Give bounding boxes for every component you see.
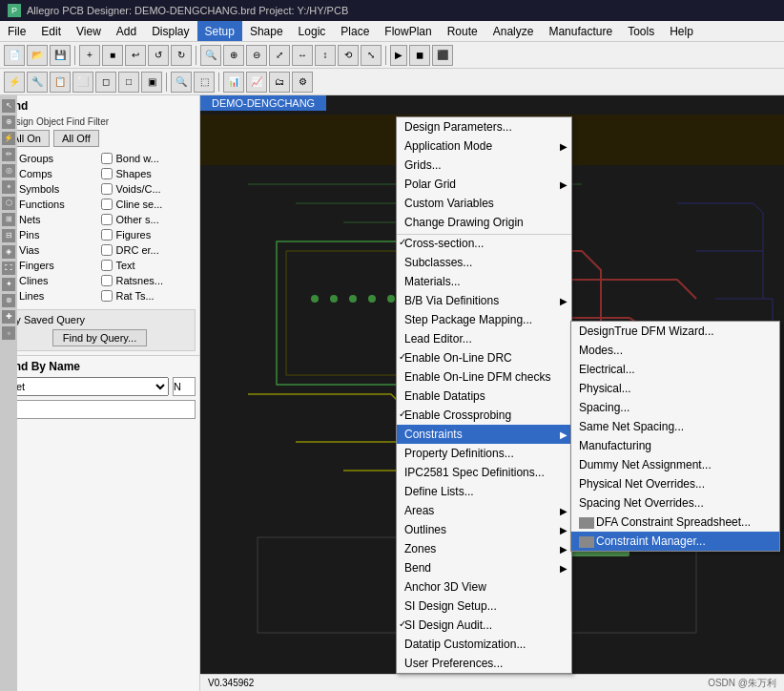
setup-grids[interactable]: Grids... (397, 156, 571, 175)
constraints-modes[interactable]: Modes... (571, 341, 779, 360)
sidebar-icon-3[interactable]: ⚡ (2, 132, 15, 145)
checkbox-shapes-input[interactable] (101, 168, 113, 179)
checkbox-drc-input[interactable] (101, 244, 113, 256)
toolbar-btn-7[interactable]: ↺ (148, 45, 169, 66)
sidebar-icon-4[interactable]: ✏ (2, 148, 15, 161)
sidebar-icon-9[interactable]: ⊟ (2, 229, 15, 242)
sidebar-icon-11[interactable]: ⛶ (2, 262, 15, 275)
checkbox-ratts-input[interactable] (101, 290, 113, 302)
setup-design-params[interactable]: Design Parameters... (397, 117, 571, 136)
checkbox-bondw-input[interactable] (101, 153, 113, 164)
sidebar-icon-10[interactable]: ◈ (2, 245, 15, 259)
setup-areas[interactable]: Areas ▶ (397, 501, 571, 520)
toolbar2-btn-10[interactable]: 📊 (223, 72, 244, 93)
name-search-input[interactable] (4, 400, 196, 419)
toolbar2-btn-6[interactable]: □ (118, 72, 139, 93)
menu-manufacture[interactable]: Manufacture (541, 21, 620, 41)
constraints-manufacturing[interactable]: Manufacturing (571, 436, 779, 455)
menu-flowplan[interactable]: FlowPlan (377, 21, 439, 41)
toolbar-btn-12[interactable]: ⤢ (269, 45, 290, 66)
toolbar2-btn-3[interactable]: 📋 (50, 72, 71, 93)
toolbar2-btn-8[interactable]: 🔍 (171, 72, 192, 93)
toolbar-btn-5[interactable]: ■ (102, 45, 123, 66)
menu-tools[interactable]: Tools (620, 21, 662, 41)
find-by-query-button[interactable]: Find by Query... (52, 329, 147, 346)
setup-si-design[interactable]: SI Design Setup... (397, 597, 571, 616)
toolbar2-btn-13[interactable]: ⚙ (292, 72, 313, 93)
all-off-button[interactable]: All Off (53, 130, 99, 147)
menu-logic[interactable]: Logic (291, 21, 334, 41)
open-btn[interactable]: 📂 (27, 45, 48, 66)
setup-custom-variables[interactable]: Custom Variables (397, 194, 571, 213)
menu-route[interactable]: Route (440, 21, 485, 41)
toolbar-btn-18[interactable]: ◼ (409, 45, 430, 66)
menu-view[interactable]: View (69, 21, 109, 41)
setup-ipc2581[interactable]: IPC2581 Spec Definitions... (397, 463, 571, 482)
menu-add[interactable]: Add (109, 21, 144, 41)
toolbar2-btn-4[interactable]: ⬜ (72, 72, 93, 93)
toolbar-btn-17[interactable]: ▶ (390, 45, 407, 66)
setup-user-prefs[interactable]: User Preferences... (397, 654, 571, 673)
sidebar-icon-2[interactable]: ⊕ (2, 115, 15, 129)
constraints-electrical[interactable]: Electrical... (571, 360, 779, 379)
checkbox-voids-input[interactable] (101, 183, 113, 195)
setup-crossprobing[interactable]: ✓Enable Crossprobing (397, 406, 571, 425)
checkbox-figures-input[interactable] (101, 229, 113, 241)
toolbar2-btn-2[interactable]: 🔧 (27, 72, 48, 93)
sidebar-icon-6[interactable]: ⌖ (2, 180, 15, 194)
name-type-select[interactable]: Net (4, 377, 169, 396)
toolbar2-btn-1[interactable]: ⚡ (4, 72, 25, 93)
sidebar-icon-7[interactable]: ⬡ (2, 197, 15, 210)
sidebar-icon-1[interactable]: ↖ (2, 99, 15, 113)
toolbar2-btn-9[interactable]: ⬚ (194, 72, 215, 93)
setup-drc[interactable]: ✓Enable On-Line DRC (397, 348, 571, 367)
constraints-manager[interactable]: Constraint Manager... (571, 532, 779, 551)
setup-lead-editor[interactable]: Lead Editor... (397, 329, 571, 348)
constraints-same-net[interactable]: Same Net Spacing... (571, 417, 779, 436)
toolbar-btn-9[interactable]: 🔍 (200, 45, 221, 66)
sidebar-icon-14[interactable]: ✚ (2, 310, 15, 324)
setup-define-lists[interactable]: Define Lists... (397, 482, 571, 501)
setup-bend[interactable]: Bend ▶ (397, 558, 571, 577)
checkbox-text-input[interactable] (101, 260, 113, 271)
setup-datatips[interactable]: Enable Datatips (397, 387, 571, 406)
toolbar2-btn-7[interactable]: ▣ (141, 72, 162, 93)
setup-dfm[interactable]: Enable On-Line DFM checks (397, 367, 571, 387)
menu-file[interactable]: File (0, 21, 33, 41)
setup-cross-section[interactable]: ✓Cross-section... (397, 234, 571, 253)
sidebar-icon-15[interactable]: ⬦ (2, 326, 15, 340)
menu-place[interactable]: Place (333, 21, 377, 41)
toolbar-btn-14[interactable]: ↕ (315, 45, 336, 66)
setup-materials[interactable]: Materials... (397, 272, 571, 291)
sidebar-icon-13[interactable]: ⊗ (2, 294, 15, 307)
sidebar-icon-8[interactable]: ⊞ (2, 213, 15, 226)
toolbar2-btn-12[interactable]: 🗂 (269, 72, 290, 93)
toolbar-btn-13[interactable]: ↔ (292, 45, 313, 66)
pcb-tab[interactable]: DEMO-DENGCHANG (200, 95, 326, 111)
setup-outlines[interactable]: Outlines ▶ (397, 520, 571, 539)
name-small-input[interactable] (173, 377, 196, 396)
constraints-dfa[interactable]: DFA Constraint Spreadsheet... (571, 513, 779, 532)
sidebar-icon-12[interactable]: ✦ (2, 278, 15, 291)
toolbar-btn-4[interactable]: + (79, 45, 100, 66)
setup-property-defs[interactable]: Property Definitions... (397, 444, 571, 463)
checkbox-ratsnes-input[interactable] (101, 275, 113, 286)
menu-help[interactable]: Help (662, 21, 701, 41)
toolbar-btn-19[interactable]: ⬛ (432, 45, 453, 66)
toolbar-btn-11[interactable]: ⊖ (246, 45, 267, 66)
constraints-physical[interactable]: Physical... (571, 379, 779, 398)
checkbox-cline-input[interactable] (101, 199, 113, 210)
constraints-dfm-wizard[interactable]: DesignTrue DFM Wizard... (571, 322, 779, 341)
setup-si-audit[interactable]: ✓SI Design Audit... (397, 616, 571, 635)
toolbar-btn-10[interactable]: ⊕ (223, 45, 244, 66)
constraints-physical-net[interactable]: Physical Net Overrides... (571, 474, 779, 493)
toolbar-btn-8[interactable]: ↻ (171, 45, 192, 66)
sidebar-icon-5[interactable]: ◎ (2, 164, 15, 178)
setup-constraints[interactable]: Constraints ▶ (397, 425, 571, 444)
setup-anchor-3d[interactable]: Anchor 3D View (397, 577, 571, 597)
setup-polar-grid[interactable]: Polar Grid ▶ (397, 175, 571, 194)
setup-zones[interactable]: Zones ▶ (397, 539, 571, 558)
toolbar-btn-15[interactable]: ⟲ (338, 45, 359, 66)
menu-analyze[interactable]: Analyze (485, 21, 542, 41)
save-btn[interactable]: 💾 (50, 45, 71, 66)
